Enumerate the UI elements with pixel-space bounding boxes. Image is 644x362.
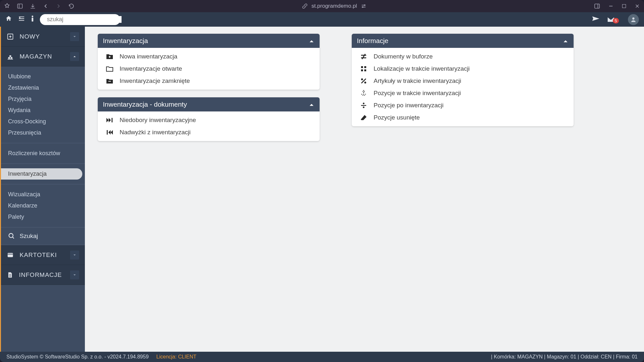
panel-item-inwentaryzacje-otwarte[interactable]: Inwentaryzacje otwarte [98,63,320,75]
sidebar-section-kartoteki[interactable]: KARTOTEKI [1,245,85,265]
sidebar-item-zestawienia[interactable]: Zestawienia [1,82,85,93]
browser-logo-icon [4,3,10,9]
list-collapse-icon[interactable] [18,15,25,24]
sidebar-section-informacje[interactable]: INFORMACJE [1,265,85,285]
svg-rect-0 [18,4,23,8]
sidebar-item-przyjecia[interactable]: Przyjęcia [1,93,85,105]
panel-dokumenty: Inwentaryzacja - dokumenty Niedobory inw… [98,97,320,141]
sidebar-item-ulubione[interactable]: Ulubione [1,71,85,82]
license-value: CLIENT [178,354,196,359]
sidebar-section-label: INFORMACJE [19,271,62,278]
panel-item-label: Inwentaryzacje zamknięte [120,77,190,84]
status-system: StudioSystem © SoftwareStudio Sp. z o.o.… [6,354,149,360]
sidebar-item-wizualizacja[interactable]: Wizualizacja [1,189,85,200]
grid-icon [359,66,368,72]
panel-header[interactable]: Informacje [352,34,574,48]
svg-point-18 [363,91,365,92]
sidebar-item-rozliczenie[interactable]: Rozliczenie kosztów [1,148,85,159]
panel-item-dokumenty-bufor[interactable]: Dokumenty w buforze [352,50,574,63]
divide-icon [359,102,368,109]
send-icon[interactable] [592,15,600,24]
panel-item-niedobory[interactable]: Niedobory inwentaryzacyjne [98,114,320,126]
user-avatar-button[interactable] [628,14,639,25]
info-icon[interactable] [31,15,34,24]
fast-forward-icon [105,117,114,123]
svg-rect-15 [364,69,366,71]
window-close-icon[interactable] [634,3,640,9]
folder-open-icon [105,66,114,72]
svg-point-10 [9,234,13,238]
panel-item-inwentaryzacje-zamkniete[interactable]: Inwentaryzacje zamknięte [98,75,320,87]
anchor-dashed-icon [359,90,368,97]
panel-item-label: Nowa inwentaryzacja [120,53,177,60]
svg-point-21 [363,107,365,108]
panel-item-label: Pozycje po inwentaryzacji [374,102,444,109]
tune-icon[interactable] [361,3,367,9]
panel-item-artykuly[interactable]: Artykuły w trakcie inwentaryzacji [352,75,574,87]
panel-item-pozycje-usuniete[interactable]: Pozycje usunięte [352,111,574,124]
split-view-icon[interactable] [594,3,600,9]
sidebar-section-label: NOWY [20,33,40,40]
panel-item-label: Lokalizacje w trakcie inwentaryzacji [374,65,470,72]
svg-point-8 [632,17,635,20]
svg-rect-14 [361,69,363,71]
plus-box-icon [7,33,14,40]
svg-rect-20 [361,105,366,106]
sidebar-item-kalendarze[interactable]: Kalendarze [1,200,85,211]
sidebar-section-nowy[interactable]: NOWY [1,27,85,47]
download-icon[interactable] [30,3,36,9]
panel-header[interactable]: Inwentaryzacja [98,34,320,48]
svg-point-5 [32,16,33,17]
sidebar-item-palety[interactable]: Palety [1,211,85,223]
sidebar-item-label: Szukaj [20,233,38,240]
window-titlebar: st.programdemo.pl [0,0,644,12]
panel-item-nadwyzki[interactable]: Nadwyżki z inwentaryzacji [98,126,320,138]
collapse-up-icon[interactable] [563,39,568,43]
sidebar-item-cross-docking[interactable]: Cross-Docking [1,116,85,127]
window-maximize-icon[interactable] [621,4,627,9]
chevron-up-icon[interactable] [70,52,79,61]
reload-icon[interactable] [68,3,75,9]
sidebar-toggle-icon[interactable] [17,3,23,9]
collapse-up-icon[interactable] [309,102,314,106]
sidebar-item-wydania[interactable]: Wydania [1,105,85,116]
sidebar: NOWY MAGAZYN Ulubione Zestawienia Przyję… [0,27,85,352]
mail-badge: 5 [613,18,619,23]
home-icon[interactable] [5,15,12,24]
panel-informacje: Informacje Dokumenty w buforze Lokalizac… [352,34,574,126]
mail-button[interactable]: 5 [607,17,621,22]
panel-item-label: Nadwyżki z inwentaryzacji [120,129,191,136]
global-search[interactable] [40,14,120,25]
chevron-down-icon[interactable] [70,32,79,41]
panel-item-label: Niedobory inwentaryzacyjne [120,117,196,124]
sidebar-section-magazyn[interactable]: MAGAZYN [0,47,85,66]
card-icon [7,252,14,259]
nav-forward-icon [55,3,62,9]
svg-rect-3 [595,4,600,8]
panel-item-label: Artykuły w trakcie inwentaryzacji [374,77,461,84]
nav-back-icon[interactable] [42,3,49,9]
chevron-down-icon[interactable] [70,270,79,279]
app-topbar: 5 [0,12,644,27]
panel-item-lokalizacje[interactable]: Lokalizacje w trakcie inwentaryzacji [352,63,574,75]
panel-item-nowa-inwentaryzacja[interactable]: Nowa inwentaryzacja [98,50,320,63]
svg-point-16 [361,78,363,80]
chevron-down-icon[interactable] [70,251,79,260]
window-minimize-icon[interactable] [608,3,614,9]
panel-header[interactable]: Inwentaryzacja - dokumenty [98,97,320,111]
content-area: Inwentaryzacja Nowa inwentaryzacja Inwen… [85,27,644,352]
panel-item-pozycje-trakcie[interactable]: Pozycje w trakcie inwentaryzacji [352,87,574,99]
url-text[interactable]: st.programdemo.pl [312,3,357,9]
fast-rewind-icon [105,129,114,135]
site-info-icon[interactable] [302,3,308,9]
percent-icon [359,78,368,84]
sidebar-item-szukaj[interactable]: Szukaj [1,227,85,245]
sidebar-item-przesuniecia[interactable]: Przesunięcia [1,127,85,138]
panel-inwentaryzacja: Inwentaryzacja Nowa inwentaryzacja Inwen… [98,34,320,90]
panel-item-label: Pozycje usunięte [374,114,420,121]
search-input[interactable] [47,16,122,23]
svg-rect-13 [364,66,366,68]
collapse-up-icon[interactable] [309,39,314,43]
panel-item-pozycje-po[interactable]: Pozycje po inwentaryzacji [352,99,574,111]
sidebar-item-inwentaryzacja[interactable]: Inwentaryzacja [1,168,82,180]
